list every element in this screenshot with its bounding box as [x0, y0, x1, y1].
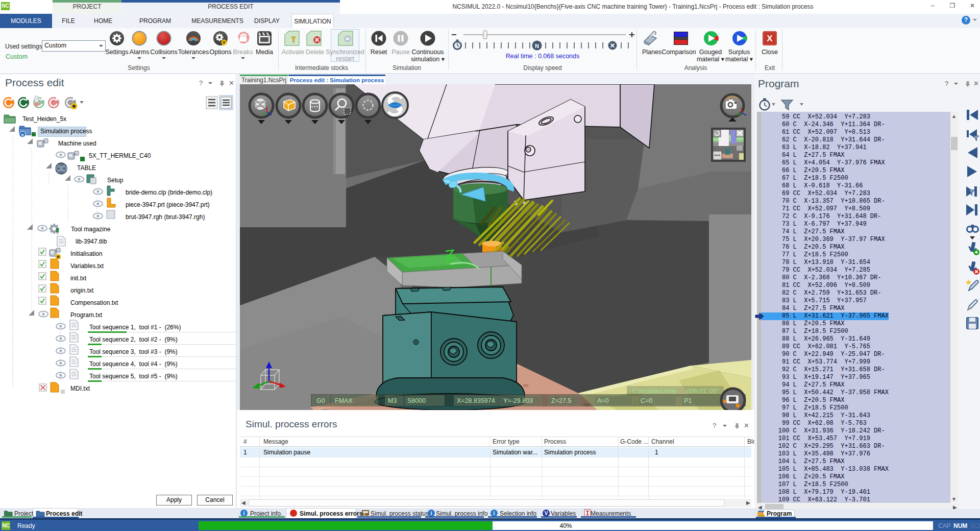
svg-text:00h 01' 00": 00h 01' 00" — [687, 388, 719, 395]
svg-text:Cumulated time: Cumulated time — [632, 388, 677, 395]
svg-text:S: S — [21, 133, 24, 137]
svg-text:V: V — [545, 511, 548, 516]
svg-text:i: i — [494, 511, 495, 516]
svg-text:A=0: A=0 — [597, 397, 609, 404]
svg-text:i: i — [431, 511, 432, 516]
svg-text:P1: P1 — [684, 397, 692, 404]
svg-text:C=0: C=0 — [641, 397, 652, 404]
svg-text:Z=27.5: Z=27.5 — [551, 397, 571, 404]
svg-text:G0: G0 — [316, 397, 325, 404]
svg-text:X: X — [767, 34, 773, 43]
svg-text:Y=-29.803: Y=-29.803 — [503, 397, 533, 404]
svg-text:N: N — [535, 43, 539, 49]
svg-text:X=28.835974: X=28.835974 — [457, 397, 495, 404]
svg-text:i: i — [243, 511, 245, 516]
svg-text:M3: M3 — [388, 397, 397, 404]
svg-text:S8000: S8000 — [407, 397, 426, 404]
svg-text:FMAX: FMAX — [335, 397, 353, 404]
